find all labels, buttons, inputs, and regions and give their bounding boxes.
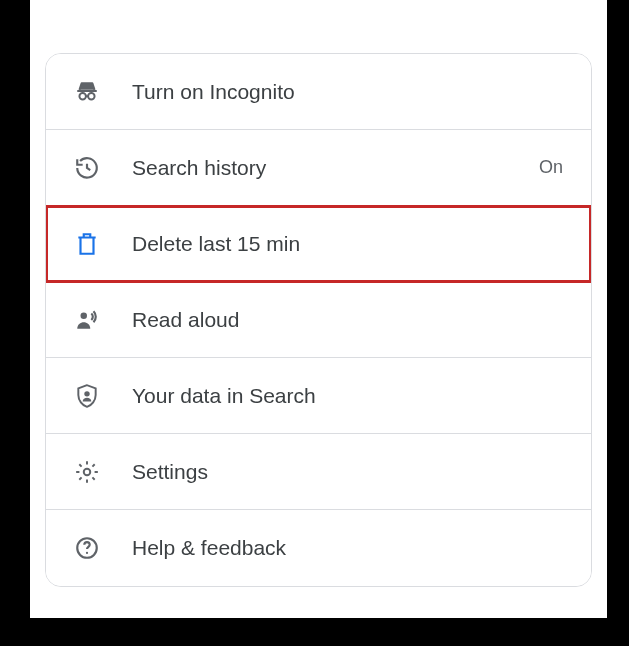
trash-icon [74,231,100,257]
menu-item-search-history[interactable]: Search history On [46,130,591,206]
bezel-left [0,0,30,618]
svg-point-6 [86,552,88,554]
svg-point-1 [88,93,95,100]
svg-point-0 [79,93,86,100]
screen: Turn on Incognito Search history On [30,0,607,618]
menu-item-help[interactable]: Help & feedback [46,510,591,586]
power-button[interactable] [607,80,617,150]
menu-item-settings[interactable]: Settings [46,434,591,510]
menu-item-label: Search history [132,156,539,180]
device-frame: Turn on Incognito Search history On [0,0,629,646]
menu-item-label: Turn on Incognito [132,80,563,104]
menu-item-label: Help & feedback [132,536,563,560]
menu-item-label: Delete last 15 min [132,232,563,256]
menu-card: Turn on Incognito Search history On [45,53,592,587]
gear-icon [74,459,100,485]
menu-item-your-data[interactable]: Your data in Search [46,358,591,434]
read-aloud-icon [74,307,100,333]
menu-item-label: Your data in Search [132,384,563,408]
menu-item-incognito[interactable]: Turn on Incognito [46,54,591,130]
history-icon [74,155,100,181]
svg-point-2 [81,312,88,319]
menu-item-label: Settings [132,460,563,484]
help-icon [74,535,100,561]
volume-button[interactable] [607,160,617,280]
svg-point-3 [84,391,89,396]
bezel-bottom [0,618,629,646]
svg-point-4 [84,468,91,475]
incognito-icon [74,79,100,105]
menu-item-delete-last-15[interactable]: Delete last 15 min [46,206,591,282]
menu-item-label: Read aloud [132,308,563,332]
menu-item-read-aloud[interactable]: Read aloud [46,282,591,358]
data-shield-icon [74,383,100,409]
menu-item-trailing: On [539,157,563,178]
